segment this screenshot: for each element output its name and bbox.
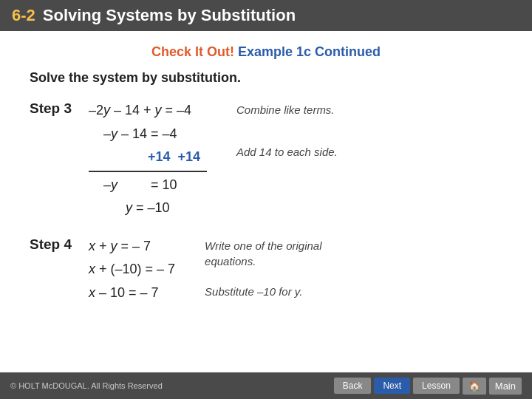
step3-desc1: Combine like terms.: [236, 102, 338, 117]
step4-math-lines: x + y = – 7 x + (–10) = – 7 x – 10 = – 7: [89, 235, 175, 305]
plus14-left: +14 +14: [148, 146, 200, 169]
step4-label: Step 4: [30, 235, 81, 253]
step3-math-lines: –2y – 14 + y = –4 –y – 14 = –4 +14 +14 –…: [89, 99, 207, 220]
footer: © HOLT McDOUGAL. All Rights Reserved Bac…: [0, 372, 532, 399]
step3-line3: +14 +14: [89, 146, 207, 169]
step4-line3: x – 10 = – 7: [89, 282, 175, 305]
next-button[interactable]: Next: [374, 378, 410, 394]
solve-line: Solve the system by substitution.: [30, 70, 502, 86]
step4-line1: x + y = – 7: [89, 235, 175, 259]
footer-nav: Back Next Lesson 🏠 Main: [334, 378, 522, 395]
step4-line2: x + (–10) = – 7: [89, 258, 175, 282]
step4-desc2: Substitute –10 for y.: [205, 284, 367, 299]
lesson-button[interactable]: Lesson: [413, 378, 460, 394]
header-title: Solving Systems by Substitution: [43, 6, 296, 25]
step3-label: Step 3: [30, 99, 81, 117]
header: 6-2 Solving Systems by Substitution: [0, 0, 532, 31]
step3-line5: y = –10: [89, 197, 207, 220]
content-area: Check It Out! Example 1c Continued Solve…: [0, 31, 532, 318]
step4-desc-block: Write one of the original equations. Sub…: [205, 235, 367, 299]
step3-desc2: Add 14 to each side.: [236, 144, 338, 160]
home-button[interactable]: 🏠: [463, 378, 486, 395]
step4-math-block: x + y = – 7 x + (–10) = – 7 x – 10 = – 7…: [89, 235, 367, 305]
main-button[interactable]: Main: [489, 378, 522, 395]
subtitle: Check It Out! Example 1c Continued: [30, 44, 502, 60]
back-button[interactable]: Back: [334, 378, 372, 394]
step3-divider: [89, 171, 207, 172]
step3-line2: –y – 14 = –4: [89, 123, 207, 146]
step3-line1: –2y – 14 + y = –4: [89, 99, 207, 123]
example-label: Example 1c Continued: [234, 44, 381, 59]
check-it-out-label: Check It Out!: [151, 44, 234, 59]
step3-line4: –y = 10: [89, 174, 207, 197]
step4-desc1: Write one of the original equations.: [205, 238, 367, 269]
section-badge: 6-2: [12, 6, 35, 25]
step3-math-block: –2y – 14 + y = –4 –y – 14 = –4 +14 +14 –…: [89, 99, 338, 220]
step4-row: Step 4 x + y = – 7 x + (–10) = – 7 x – 1…: [30, 235, 502, 305]
step3-desc-block: Combine like terms. Add 14 to each side.: [236, 99, 338, 160]
step3-row: Step 3 –2y – 14 + y = –4 –y – 14 = –4 +1…: [30, 99, 502, 220]
copyright-text: © HOLT McDOUGAL. All Rights Reserved: [10, 381, 163, 390]
